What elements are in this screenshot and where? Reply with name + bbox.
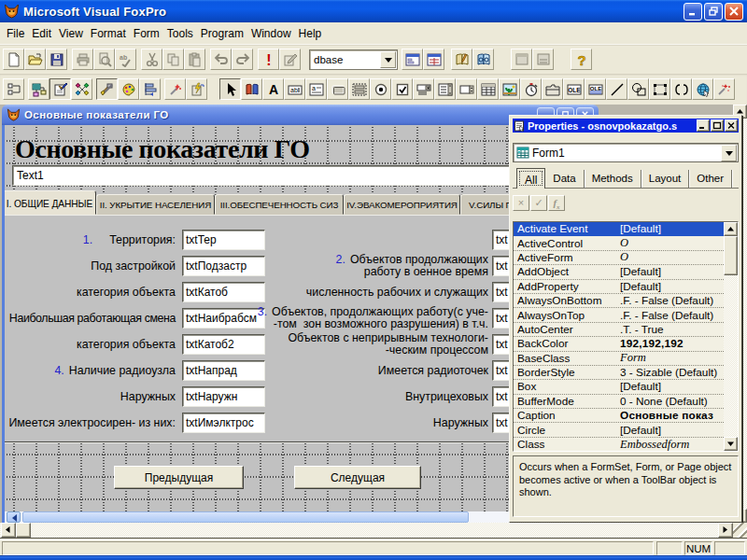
next-button[interactable]: Следущая <box>294 466 421 489</box>
minimize-button[interactable] <box>684 3 702 21</box>
desktop-horizontal-scrollbar[interactable] <box>0 523 747 539</box>
toolbar-button[interactable] <box>262 78 284 100</box>
toolbar-button-modify[interactable] <box>279 49 301 70</box>
property-row[interactable]: BaseClass Form <box>514 352 724 366</box>
scroll-up-icon[interactable] <box>724 222 738 236</box>
toolbar-button[interactable] <box>219 78 241 100</box>
toolbar-button-layout-tb[interactable] <box>139 78 161 100</box>
toolbar-button-taborder[interactable] <box>3 78 24 100</box>
restore-button[interactable] <box>704 3 723 21</box>
toolbar-button-book-pen[interactable] <box>451 49 472 70</box>
combo-dropdown-icon[interactable] <box>380 51 396 68</box>
property-row[interactable]: Caption Основные показ <box>514 409 724 423</box>
property-row[interactable]: Activate Event [Default] <box>514 222 724 236</box>
toolbar-button[interactable] <box>348 78 370 100</box>
toolbar-button-controls-tb[interactable] <box>96 78 118 100</box>
toolbar-button-paste[interactable] <box>184 49 205 70</box>
toolbar-button[interactable] <box>520 78 542 100</box>
scroll-down-icon[interactable] <box>724 437 738 451</box>
field-textbox[interactable]: txtПодзастр <box>182 256 265 276</box>
property-row[interactable]: BorderStyle 3 - Sizable (Default) <box>514 366 724 380</box>
menu-item[interactable]: Edit <box>32 27 51 40</box>
menu-item[interactable]: Format <box>91 27 126 40</box>
toolbar-button[interactable] <box>241 78 262 100</box>
toolbar-button[interactable] <box>413 78 434 100</box>
toolbar-button-redo[interactable] <box>232 49 253 70</box>
scroll-left-icon[interactable] <box>7 511 21 523</box>
property-row[interactable]: ActiveForm O <box>514 251 724 265</box>
properties-title-bar[interactable]: Properties - osnovpokazatgo.s <box>513 119 739 133</box>
property-row[interactable]: BackColor 192,192,192 <box>514 337 724 351</box>
field-textbox[interactable]: txtНаружн <box>182 386 265 407</box>
toolbar-button-open[interactable] <box>24 49 46 70</box>
scrollbar-thumb[interactable] <box>22 511 469 523</box>
property-grid-scrollbar[interactable] <box>724 222 738 451</box>
close-button[interactable] <box>725 3 743 21</box>
toolbar-button[interactable] <box>477 78 499 100</box>
property-row[interactable]: AutoCenter .T. - True <box>514 323 724 337</box>
toolbar-button[interactable] <box>585 78 606 100</box>
page-tab[interactable]: I. ОБЩИЕ ДАННЫЕ <box>5 190 96 215</box>
toolbar-button-run[interactable] <box>258 49 279 70</box>
property-row[interactable]: BufferMode 0 - None (Default) <box>514 395 724 409</box>
toolbar-button[interactable] <box>456 78 477 100</box>
toolbar-button-autoformat[interactable] <box>186 78 207 100</box>
toolbar-button-props-win[interactable] <box>49 78 71 100</box>
properties-tab[interactable]: Data <box>545 170 584 188</box>
properties-tab[interactable]: All <box>516 168 545 189</box>
combo-dropdown-icon[interactable] <box>721 145 737 161</box>
page-tab[interactable]: IV.ЭВАКОМЕРОПРИЯТИЯ <box>344 194 460 215</box>
menu-item[interactable]: View <box>59 27 83 40</box>
menu-item[interactable]: Program <box>201 27 244 40</box>
properties-maximize-button[interactable] <box>711 119 724 132</box>
menu-item[interactable]: Form <box>134 27 160 40</box>
field-textbox[interactable]: txtКатоб2 <box>182 334 265 355</box>
page-tab[interactable]: II. УКРЫТИЕ НАСЕЛЕНИЯ <box>96 194 215 215</box>
toolbar-button-dis-a[interactable] <box>511 49 532 70</box>
toolbar-button[interactable] <box>370 78 391 100</box>
field-textbox[interactable]: txtНапрад <box>182 360 265 381</box>
properties-tab[interactable]: Layout <box>641 170 690 188</box>
toolbar-button-copy[interactable] <box>162 49 184 70</box>
toolbar-button-undo[interactable] <box>210 49 232 70</box>
toolbar-button-book-glasses[interactable] <box>472 49 494 70</box>
scrollbar-thumb[interactable] <box>724 236 738 275</box>
toolbar-button[interactable] <box>670 78 692 100</box>
property-row[interactable]: AlwaysOnTop .F. - False (Default) <box>514 308 724 322</box>
scroll-left-icon[interactable] <box>1 523 16 538</box>
field-textbox[interactable]: txtТер <box>182 230 265 250</box>
properties-tab[interactable]: Other <box>689 170 732 188</box>
toolbar-button-cut[interactable] <box>141 49 162 70</box>
menu-item[interactable]: Help <box>299 27 322 40</box>
field-textbox[interactable]: txtИмэлктрос <box>182 413 265 433</box>
toolbar-button[interactable] <box>327 78 348 100</box>
toolbar-button-builder[interactable] <box>164 78 186 100</box>
toolbar-button-dataenv[interactable] <box>28 78 49 100</box>
toolbar-button[interactable] <box>499 78 520 100</box>
properties-tab[interactable]: Methods <box>585 170 641 188</box>
toolbar-button[interactable] <box>391 78 413 100</box>
form-horizontal-scrollbar[interactable] <box>5 511 596 523</box>
toolbar-button[interactable] <box>649 78 670 100</box>
toolbar-button[interactable] <box>284 78 305 100</box>
toolbar-button-preview[interactable] <box>93 49 115 70</box>
toolbar-button-spell[interactable] <box>115 49 136 70</box>
property-row[interactable]: Class Embossedform <box>514 438 724 452</box>
page-tab[interactable]: III.ОБЕСПЕЧЕННОСТЬ СИЗ <box>215 194 344 215</box>
menu-item[interactable]: File <box>7 27 24 40</box>
property-row[interactable]: Box [Default] <box>514 380 724 394</box>
toolbar-button[interactable] <box>692 78 713 100</box>
toolbar-button-new[interactable] <box>3 49 24 70</box>
toolbar-button[interactable] <box>563 78 585 100</box>
field-textbox[interactable]: txtКатоб <box>182 282 265 302</box>
database-combobox[interactable]: dbase <box>309 49 398 70</box>
property-row[interactable]: AddObject [Default] <box>514 265 724 279</box>
toolbar-button-palette[interactable] <box>118 78 139 100</box>
property-row[interactable]: AlwaysOnBottom .F. - False (Default) <box>514 294 724 308</box>
toolbar-button-code-win[interactable] <box>71 78 92 100</box>
toolbar-button[interactable] <box>542 78 563 100</box>
property-row[interactable]: Circle [Default] <box>514 423 724 437</box>
toolbar-button[interactable] <box>713 78 735 100</box>
toolbar-button-help[interactable] <box>571 49 592 70</box>
scrollbar-thumb[interactable] <box>16 523 31 538</box>
